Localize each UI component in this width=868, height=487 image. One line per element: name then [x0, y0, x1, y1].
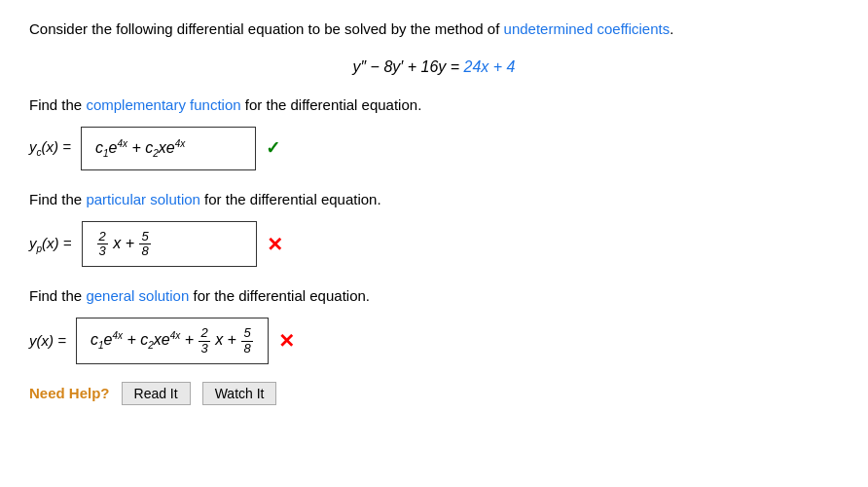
yc-answer-content: c1e4x + c2xe4x: [95, 135, 185, 162]
particular-row: yp(x) = 23 x + 58 ✕: [29, 221, 839, 268]
intro-highlight-blue: undetermined coefficients: [504, 20, 670, 37]
need-help-row: Need Help? Read It Watch It: [29, 382, 839, 405]
need-help-label: Need Help?: [29, 382, 110, 405]
check-icon: ✓: [266, 134, 280, 163]
section2-label: Find the particular solution for the dif…: [29, 188, 839, 211]
y-answer-box[interactable]: c1e4x + c2xe4x + 23 x + 58: [76, 318, 269, 364]
intro-paragraph: Consider the following differential equa…: [29, 18, 839, 41]
section2-highlight: particular solution: [86, 191, 200, 207]
eq-right: 24x + 4: [464, 58, 516, 75]
yp-answer-content: 23 x + 58: [96, 230, 152, 259]
eq-left: y″ − 8y′ + 16y: [352, 58, 450, 75]
y-label: y(x) =: [29, 329, 66, 353]
yp-answer-box[interactable]: 23 x + 58: [82, 221, 257, 268]
section3-label: Find the general solution for the differ…: [29, 284, 839, 308]
yp-label: yp(x) =: [29, 232, 72, 257]
general-row: y(x) = c1e4x + c2xe4x + 23 x + 58 ✕: [29, 318, 839, 364]
x-mark-particular: ✕: [267, 229, 283, 260]
complementary-row: yc(x) = c1e4x + c2xe4x ✓: [29, 127, 839, 170]
section3-highlight: general solution: [86, 287, 189, 304]
yc-label: yc(x) =: [29, 135, 71, 161]
x-mark-general: ✕: [278, 325, 295, 356]
read-it-button[interactable]: Read It: [122, 382, 191, 405]
main-equation: y″ − 8y′ + 16y = 24x + 4: [29, 55, 839, 80]
section1-label: Find the complementary function for the …: [29, 94, 839, 117]
section1-highlight: complementary function: [86, 96, 240, 113]
watch-it-button[interactable]: Watch It: [202, 382, 277, 405]
y-answer-content: c1e4x + c2xe4x + 23 x + 58: [90, 326, 254, 356]
yc-answer-box[interactable]: c1e4x + c2xe4x: [81, 127, 256, 170]
